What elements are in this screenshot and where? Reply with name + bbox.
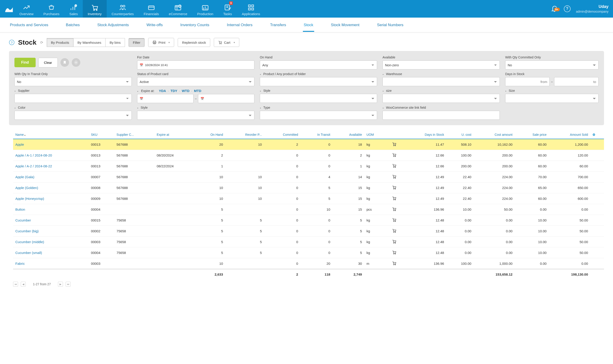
expire-to-input[interactable]: 📅 xyxy=(198,94,254,103)
table-row[interactable]: Cucumber (small)000047565855005kg12.480.… xyxy=(13,247,604,258)
col-header[interactable]: In Transit xyxy=(300,130,332,139)
col-header[interactable]: On Hand xyxy=(194,130,225,139)
days-from-input[interactable] xyxy=(505,77,550,86)
col-header[interactable]: Name xyxy=(13,130,89,139)
column-settings-icon[interactable]: ⚙ xyxy=(590,130,604,139)
pager-last[interactable]: ⏭ xyxy=(66,282,71,287)
col-header[interactable]: SKU xyxy=(89,130,114,139)
status-select[interactable]: Active xyxy=(137,77,254,86)
row-cart-icon[interactable] xyxy=(392,153,396,157)
cell[interactable] xyxy=(386,204,403,215)
cell[interactable] xyxy=(386,247,403,258)
subnav-serial-numbers[interactable]: Serial Numbers xyxy=(376,18,404,32)
expire-wtd[interactable]: WTD xyxy=(182,89,189,93)
cell[interactable] xyxy=(386,237,403,247)
cell[interactable] xyxy=(386,258,403,269)
table-row[interactable]: Cucumber000157565855005kg12.480.000.0010… xyxy=(13,215,604,226)
size1-select[interactable] xyxy=(382,94,500,103)
pager-prev[interactable]: ◀ xyxy=(21,282,26,287)
pager-first[interactable]: ⏮ xyxy=(13,282,18,287)
size2-select[interactable] xyxy=(505,94,599,103)
nav-applications[interactable]: Applications xyxy=(237,0,265,18)
table-row[interactable]: Apple / A-1 / 2024-08-200001356768808/20… xyxy=(13,150,604,161)
cell[interactable] xyxy=(386,215,403,226)
table-row[interactable]: Apple0001356768820102018kg11.47508.1010,… xyxy=(13,139,604,150)
row-cart-icon[interactable] xyxy=(392,185,396,190)
nav-sales[interactable]: $Sales xyxy=(64,0,83,18)
subnav-transfers[interactable]: Transfers xyxy=(269,18,287,32)
table-row[interactable]: Button00004501015pcs136.9610.0050.000.00… xyxy=(13,204,604,215)
col-header[interactable]: Reorder P... xyxy=(225,130,264,139)
subnav-write-offs[interactable]: Write-offs xyxy=(145,18,164,32)
col-header[interactable] xyxy=(386,130,403,139)
nav-purchases[interactable]: Purchases xyxy=(39,0,65,18)
expire-mtd[interactable]: MTD xyxy=(194,89,201,93)
on-hand-select[interactable]: Any xyxy=(260,60,377,69)
table-row[interactable]: Apple (Honeycrisp)0000956768810100515kg1… xyxy=(13,193,604,204)
col-header[interactable]: UOM xyxy=(364,130,386,139)
segment-by-warehouses[interactable]: By Warehouses xyxy=(74,38,105,47)
row-cart-icon[interactable] xyxy=(392,207,396,211)
col-header[interactable]: Cost amount xyxy=(474,130,515,139)
bookmark-icon[interactable] xyxy=(60,58,69,67)
row-cart-icon[interactable] xyxy=(392,250,396,255)
col-header[interactable]: Sale price xyxy=(515,130,549,139)
nav-financials[interactable]: Financials xyxy=(139,0,164,18)
table-row[interactable]: Cucumber (big)000027565855005kg12.480.00… xyxy=(13,226,604,237)
expire-from-input[interactable]: 📅 xyxy=(137,94,194,103)
table-row[interactable]: Apple (Golden)0000856768810100515kg12.49… xyxy=(13,182,604,193)
table-row[interactable]: Cucumber (middle)000037565855005kg12.480… xyxy=(13,237,604,247)
for-date-input[interactable]: 📅10/28/2024 10:41 xyxy=(137,60,254,69)
qty-transit-select[interactable]: No xyxy=(14,77,132,86)
row-cart-icon[interactable] xyxy=(392,228,396,233)
days-to-input[interactable] xyxy=(554,77,599,86)
row-cart-icon[interactable] xyxy=(392,218,396,222)
col-header[interactable]: Supplier C... xyxy=(114,130,155,139)
expire-tdy[interactable]: TDY xyxy=(170,89,177,93)
row-cart-icon[interactable] xyxy=(392,164,396,168)
col-header[interactable]: Expire at xyxy=(155,130,194,139)
row-cart-icon[interactable] xyxy=(392,196,396,200)
table-row[interactable]: Apple (Gala)0000756768810100414kg12.4922… xyxy=(13,172,604,182)
cell[interactable] xyxy=(386,150,403,161)
filter-button[interactable]: Filter xyxy=(129,38,144,47)
cell[interactable] xyxy=(386,226,403,237)
col-header[interactable]: Amount Sold xyxy=(549,130,590,139)
product-select[interactable] xyxy=(260,77,377,86)
row-cart-icon[interactable] xyxy=(392,239,396,244)
col-header[interactable]: U. cost xyxy=(446,130,474,139)
expire-yda[interactable]: YDA xyxy=(159,89,166,93)
subnav-stock-adjustments[interactable]: Stock Adjustments xyxy=(97,18,130,32)
help-icon[interactable]: ? xyxy=(564,5,571,12)
qty-committed-select[interactable]: No xyxy=(505,60,599,69)
cell[interactable] xyxy=(386,139,403,150)
row-cart-icon[interactable] xyxy=(392,142,396,146)
cell[interactable] xyxy=(386,172,403,182)
table-row[interactable]: Fabric000031002030m136.96100.001,000.000… xyxy=(13,258,604,269)
settings-gear-icon[interactable] xyxy=(72,58,80,67)
style2-select[interactable] xyxy=(137,111,254,120)
col-header[interactable]: Days in Stock xyxy=(403,130,446,139)
cell[interactable] xyxy=(386,161,403,172)
page-help-icon[interactable]: ? xyxy=(9,40,14,45)
subnav-internal-orders[interactable]: Internal Orders xyxy=(226,18,253,32)
table-row[interactable]: Apple / A-2 / 2024-08-220001356768808/22… xyxy=(13,161,604,172)
cell[interactable] xyxy=(386,193,403,204)
refresh-icon[interactable]: ⟳ xyxy=(40,40,43,45)
notifications-bell[interactable]: 9+ xyxy=(551,4,558,13)
warehouse-select[interactable] xyxy=(382,77,500,86)
supplier-select[interactable] xyxy=(14,94,132,103)
print-button[interactable]: Print xyxy=(148,38,174,47)
nav-overview[interactable]: Overview xyxy=(14,0,39,18)
available-select[interactable]: Non-zero xyxy=(382,60,500,69)
nav-counterparties[interactable]: Counterparties xyxy=(107,0,139,18)
nav-inventory[interactable]: Inventory xyxy=(83,0,107,18)
segment-by-products[interactable]: By Products xyxy=(47,38,74,47)
row-cart-icon[interactable] xyxy=(392,174,396,179)
cart-button[interactable]: Cart xyxy=(214,38,239,47)
subnav-stock[interactable]: Stock xyxy=(303,18,314,32)
user-menu[interactable]: Uday admin@democompany xyxy=(576,4,609,13)
style1-select[interactable] xyxy=(260,94,377,103)
subnav-batches[interactable]: Batches xyxy=(65,18,80,32)
app-logo-icon[interactable] xyxy=(4,3,14,14)
